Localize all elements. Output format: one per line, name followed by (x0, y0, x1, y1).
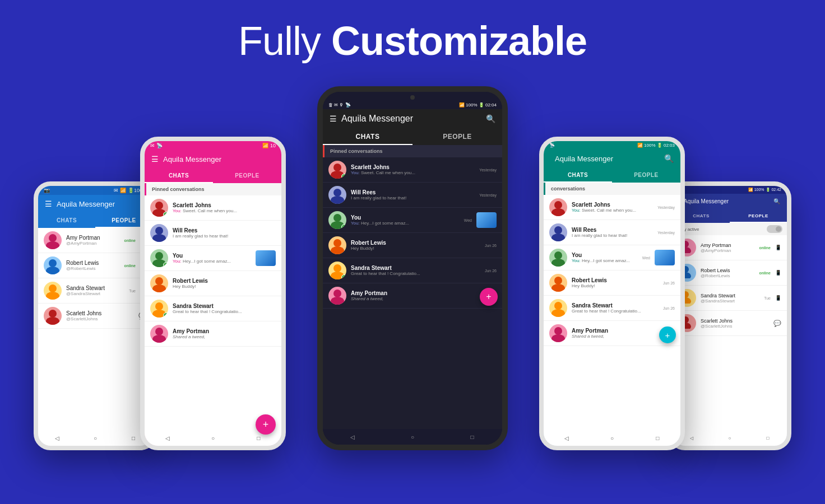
phone3-status-bar: 🗑 ✉ 🎙 📡 📶 100% 🔋 02:04 (323, 101, 502, 109)
phone1-back-btn[interactable]: ◁ (53, 433, 62, 442)
phone3-tab-people[interactable]: PEOPLE (412, 128, 502, 145)
phone4-chat-name-3: You (572, 252, 638, 258)
phone2-chat-5[interactable]: ✓ Sandra Stewart Great to hear that ! Co… (145, 296, 281, 321)
phone3-tabs: CHATS PEOPLE (323, 128, 502, 145)
phone3-fab[interactable]: + (480, 288, 498, 306)
phone3-title: Aquila Messenger (341, 114, 486, 124)
phone3-time-3: Wed (464, 218, 472, 222)
phone3-chat-6[interactable]: Amy Portman Shared a tweed, + (323, 283, 502, 309)
phone1-person-2: Robert Lewis @RobertLewis online 📱 (38, 253, 152, 278)
phone1-person-handle-2: @RobertLewis (66, 266, 119, 271)
phone3-menu-icon[interactable]: ☰ (330, 114, 337, 123)
phone3-recent-btn[interactable]: □ (468, 432, 477, 441)
phone2-chat-info-1: Scarlett Johns You: Sweet. Call me when … (173, 202, 276, 213)
phone4-home-btn[interactable]: ○ (608, 433, 617, 442)
phone-3: 🗑 ✉ 🎙 📡 📶 100% 🔋 02:04 ☰ Aquila Messenge… (317, 86, 508, 450)
phone1-person-4: Scarlett Johns @ScarlettJohns 💬 (38, 304, 152, 329)
phone4-tab-people[interactable]: PEOPLE (612, 167, 680, 183)
phone3-chat-info-2: Will Rees I am really glad to hear that! (351, 189, 475, 200)
phone2-fab[interactable]: + (256, 414, 276, 435)
phone5-title: Aquila Messenger (684, 198, 773, 204)
phone2-chat-name-4: Robert Lewis (173, 278, 276, 284)
phone3-chat-info-6: Amy Portman Shared a tweed, (351, 290, 497, 301)
phone5-recent-btn[interactable]: □ (763, 433, 772, 442)
phone3-chat-preview-1: You: Sweet. Call me when you... (351, 170, 475, 175)
phone3-chat-3[interactable]: ✓ You You: Hey...I got some amaz... Wed (323, 208, 502, 233)
phone5-toggle[interactable] (767, 225, 782, 233)
phone4-chat-preview-4: Hey Buddy! (572, 283, 659, 288)
phone3-chat-1[interactable]: ✓ Scarlett Johns You: Sweet. Call me whe… (323, 157, 502, 183)
svg-point-24 (333, 214, 341, 222)
phone3-chat-info-3: You You: Hey...I got some amaz... (351, 214, 460, 226)
phone2-back-btn[interactable]: ◁ (163, 433, 172, 442)
phone4-app-bar: Aquila Messenger 🔍 (544, 150, 680, 167)
svg-point-10 (155, 227, 163, 235)
phone3-badge-3: ✓ (341, 224, 346, 229)
phone4-thumb-3 (655, 250, 675, 265)
phone2-avatar-2 (150, 224, 168, 242)
phone3-notch (323, 92, 502, 101)
headline-prefix: Fully (238, 18, 331, 63)
phones-showcase: 📷 ✉📶🔋100% ☰ Aquila Messenger CHATS PEOPL… (0, 81, 825, 450)
phone5-person-name-1: Amy Portman (701, 242, 754, 248)
phone4-chat-info-5: Sandra Stewart Great to hear that ! Cong… (572, 302, 659, 314)
phone5-app-bar: Aquila Messenger 🔍 (673, 194, 787, 209)
phone2-avatar-1: ✓ (150, 199, 168, 217)
phone3-chat-4[interactable]: Robert Lewis Hey Buddy! Jun 26 (323, 233, 502, 258)
phone2-chat-2[interactable]: Will Rees I am really glad to hear that! (145, 221, 281, 246)
phone2-tabs: CHATS PEOPLE (145, 168, 281, 183)
phone3-chat-2[interactable]: Will Rees I am really glad to hear that!… (323, 183, 502, 208)
phone4-chat-3[interactable]: You You: Hey...I got some amaz... Wed (544, 245, 680, 270)
phone3-chat-5[interactable]: ✓ Sandra Stewart Great to hear that ! Co… (323, 258, 502, 283)
phone4-chat-2[interactable]: Will Rees I am really glad to hear that!… (544, 220, 680, 245)
phone3-search-icon[interactable]: 🔍 (486, 114, 495, 123)
phone4-chat-4[interactable]: Robert Lewis Hey Buddy! Jun 26 (544, 270, 680, 296)
phone4-fab[interactable]: + (659, 326, 676, 343)
phone5-back-btn[interactable]: ◁ (687, 433, 696, 442)
phone2-chat-4[interactable]: Robert Lewis Hey Buddy! (145, 271, 281, 296)
phone2-chat-info-4: Robert Lewis Hey Buddy! (173, 278, 276, 289)
phone1-menu-icon[interactable]: ☰ (45, 199, 52, 208)
phone2-recent-btn[interactable]: □ (254, 433, 263, 442)
svg-point-8 (155, 202, 163, 209)
phone4-avatar-2 (549, 223, 567, 241)
phone4-chat-1[interactable]: Scarlett Johns You: Sweet. Call me when … (544, 195, 680, 220)
phone2-chat-3[interactable]: ✓ You You: Hey...I got some amaz... (145, 246, 281, 271)
phone5-person-name-3: Sandra Stewart (701, 293, 759, 298)
svg-point-11 (152, 234, 166, 242)
phone2-chat-6[interactable]: Amy Portman Shared a tweed, (145, 321, 281, 347)
phone1-home-btn[interactable]: ○ (91, 433, 100, 442)
phone-5: 📡 📶 100% 🔋 02:42 Aquila Messenger 🔍 CHAT… (668, 181, 791, 450)
phone2-tab-chats[interactable]: CHATS (145, 168, 213, 183)
phone3-tab-chats[interactable]: CHATS (323, 128, 412, 145)
phone1-tab-chats[interactable]: CHATS (38, 213, 95, 228)
phone2-app-bar: ☰ Aquila Messenger (145, 150, 281, 168)
phone4-tab-chats[interactable]: CHATS (544, 167, 612, 183)
svg-point-1 (46, 241, 59, 249)
phone3-home-btn[interactable]: ○ (408, 432, 417, 441)
phone4-search-icon[interactable]: 🔍 (664, 154, 674, 163)
phone5-search-icon[interactable]: 🔍 (773, 198, 780, 204)
phone4-chat-preview-2: I am really glad to hear that! (572, 233, 653, 238)
phone3-chat-preview-4: Hey Buddy! (351, 246, 480, 251)
phone3-chat-info-4: Robert Lewis Hey Buddy! (351, 240, 480, 251)
phone5-tab-people[interactable]: PEOPLE (730, 209, 787, 223)
phone2-home-btn[interactable]: ○ (208, 433, 217, 442)
svg-point-28 (333, 264, 341, 272)
headline: Fully Customizable (0, 18, 825, 64)
phone4-chat-5[interactable]: Sandra Stewart Great to hear that ! Cong… (544, 296, 680, 321)
phone2-status-bar: ✉📡 📶10 (145, 141, 281, 150)
phone4-chat-6[interactable]: Amy Portman Shared a tweed, + (544, 321, 680, 346)
phone3-time-2: Yesterday (479, 193, 497, 197)
phone3-chat-name-2: Will Rees (351, 189, 475, 195)
phone5-home-btn[interactable]: ○ (725, 433, 734, 442)
phone4-time-1: Yesterday (657, 206, 675, 209)
phone1-recent-btn[interactable]: □ (129, 433, 138, 442)
phone4-recent-btn[interactable]: □ (653, 433, 662, 442)
phone3-avatar-4 (328, 236, 346, 254)
phone3-back-btn[interactable]: ◁ (348, 432, 357, 441)
phone2-chat-1[interactable]: ✓ Scarlett Johns You: Sweet. Call me whe… (145, 195, 281, 221)
phone2-tab-people[interactable]: PEOPLE (213, 168, 281, 183)
phone2-menu-icon[interactable]: ☰ (151, 155, 159, 164)
phone4-back-btn[interactable]: ◁ (562, 433, 571, 442)
